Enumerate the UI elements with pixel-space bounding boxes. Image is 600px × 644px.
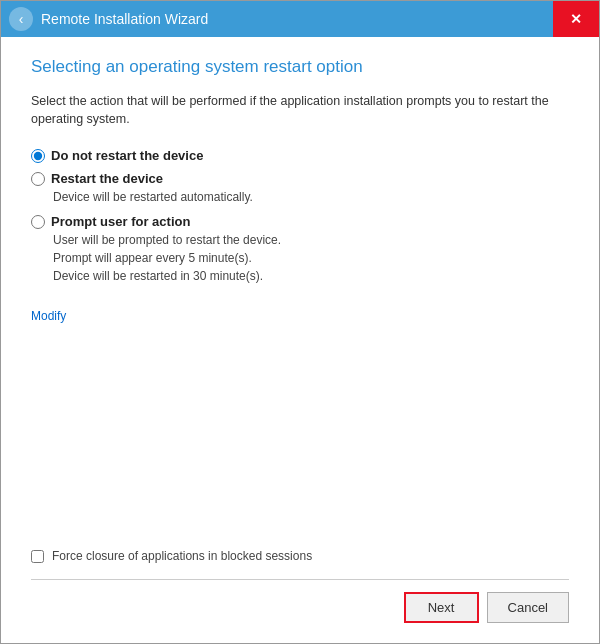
main-content: Selecting an operating system restart op… (1, 37, 599, 549)
options-section: Do not restart the device Restart the de… (31, 148, 569, 533)
option-no-restart-label[interactable]: Do not restart the device (31, 148, 569, 163)
cancel-button[interactable]: Cancel (487, 592, 569, 623)
bottom-section: Force closure of applications in blocked… (1, 549, 599, 643)
option-restart: Restart the device Device will be restar… (31, 171, 569, 206)
force-close-row: Force closure of applications in blocked… (31, 549, 569, 563)
prompt-description: User will be prompted to restart the dev… (53, 231, 569, 285)
radio-restart[interactable] (31, 172, 45, 186)
option-restart-label[interactable]: Restart the device (31, 171, 569, 186)
divider (31, 579, 569, 580)
page-description: Select the action that will be performed… (31, 93, 569, 128)
wizard-window: ‹ Remote Installation Wizard ✕ Selecting… (0, 0, 600, 644)
force-close-label: Force closure of applications in blocked… (52, 549, 312, 563)
title-bar: ‹ Remote Installation Wizard ✕ (1, 1, 599, 37)
option-prompt: Prompt user for action User will be prom… (31, 214, 569, 285)
button-row: Next Cancel (31, 592, 569, 623)
close-button[interactable]: ✕ (553, 1, 599, 37)
back-button[interactable]: ‹ (9, 7, 33, 31)
force-close-checkbox[interactable] (31, 550, 44, 563)
restart-description: Device will be restarted automatically. (53, 188, 569, 206)
window-title: Remote Installation Wizard (41, 11, 208, 27)
option-no-restart: Do not restart the device (31, 148, 569, 163)
page-title: Selecting an operating system restart op… (31, 57, 569, 77)
radio-no-restart[interactable] (31, 149, 45, 163)
radio-prompt[interactable] (31, 215, 45, 229)
option-prompt-label[interactable]: Prompt user for action (31, 214, 569, 229)
next-button[interactable]: Next (404, 592, 479, 623)
modify-link[interactable]: Modify (31, 309, 66, 323)
